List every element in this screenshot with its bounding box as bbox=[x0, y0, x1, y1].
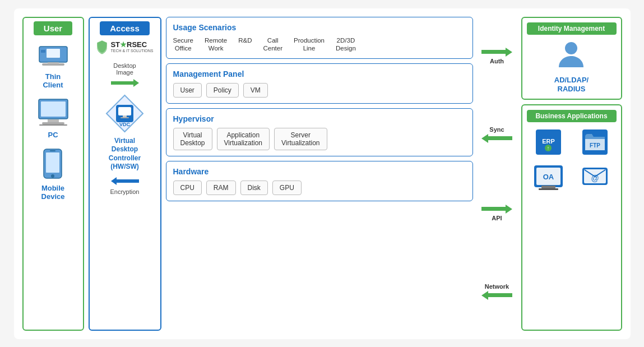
svg-point-12 bbox=[51, 174, 54, 178]
id-mgmt-text: AD/LDAP/RADIUS bbox=[554, 76, 589, 95]
usage-production-line: ProductionLine bbox=[294, 36, 325, 53]
identity-management-header: Identity Management bbox=[527, 22, 617, 35]
svg-text:FTP: FTP bbox=[590, 142, 600, 149]
svg-text:ERP: ERP bbox=[542, 138, 555, 145]
api-label: API bbox=[492, 215, 502, 221]
svg-rect-30 bbox=[541, 186, 555, 188]
sync-label: Sync bbox=[489, 126, 504, 133]
sync-arrow-block: Sync bbox=[481, 126, 512, 143]
svg-rect-8 bbox=[42, 122, 64, 124]
usage-remote-work: RemoteWork bbox=[205, 36, 227, 53]
svg-rect-1 bbox=[47, 49, 60, 58]
usage-secure-office: SecureOffice bbox=[173, 36, 193, 53]
hardware-disk: Disk bbox=[240, 181, 268, 195]
hypervisor-items: VirtualDesktop ApplicationVirtualization… bbox=[173, 128, 466, 150]
svg-rect-16 bbox=[118, 107, 131, 115]
erp-app: ERP ↑ bbox=[527, 127, 570, 158]
desktop-image-label: DesktopImage bbox=[113, 62, 136, 76]
business-applications-panel: Business Applications ERP ↑ bbox=[521, 104, 622, 330]
user-header: User bbox=[34, 21, 72, 35]
vdc-box: VDC VirtualDesktopController(HW/SW) bbox=[104, 92, 146, 172]
pc-item: PC bbox=[36, 98, 70, 139]
svg-rect-2 bbox=[41, 50, 45, 53]
thin-client-icon bbox=[36, 45, 70, 70]
encryption-label: Encryption bbox=[110, 188, 140, 195]
auth-arrow bbox=[481, 48, 512, 57]
usage-2d3d-design: 2D/3DDesign bbox=[336, 36, 356, 53]
desktop-image-arrow bbox=[92, 79, 158, 87]
hardware-ram: RAM bbox=[206, 181, 236, 195]
svg-rect-4 bbox=[48, 62, 59, 64]
svg-text:VDC: VDC bbox=[119, 122, 131, 127]
access-header: Access bbox=[100, 21, 150, 35]
identity-management-panel: Identity Management AD/LDAP/RADIUS bbox=[521, 17, 622, 100]
usage-rd: R&D bbox=[238, 36, 252, 53]
svg-text:@: @ bbox=[591, 174, 599, 183]
hardware-gpu: GPU bbox=[272, 181, 302, 195]
business-applications-header: Business Applications bbox=[527, 110, 617, 122]
brand-name: ST★RSEC bbox=[110, 40, 153, 49]
network-label: Network bbox=[485, 283, 509, 290]
svg-text:↑: ↑ bbox=[546, 145, 549, 151]
management-user: User bbox=[173, 83, 202, 98]
network-arrow bbox=[481, 291, 512, 300]
auth-label: Auth bbox=[490, 58, 504, 64]
svg-rect-18 bbox=[121, 117, 129, 118]
svg-rect-7 bbox=[48, 119, 59, 122]
svg-rect-6 bbox=[41, 101, 66, 117]
api-arrow-block: API bbox=[481, 205, 512, 221]
hardware-cpu: CPU bbox=[173, 181, 202, 195]
management-vm: VM bbox=[243, 83, 268, 98]
thin-client-label: ThinClient bbox=[43, 72, 63, 89]
business-applications-icons: ERP ↑ FTP bbox=[527, 127, 617, 192]
svg-rect-9 bbox=[39, 124, 67, 126]
svg-rect-31 bbox=[539, 188, 558, 190]
pc-label: PC bbox=[48, 131, 58, 139]
user-column: User ThinClient bbox=[22, 17, 84, 331]
svg-text:OA: OA bbox=[543, 173, 554, 181]
sync-arrow bbox=[481, 134, 512, 143]
hypervisor-panel: Hypervisor VirtualDesktop ApplicationVir… bbox=[166, 108, 473, 156]
shield-icon bbox=[96, 40, 108, 58]
main-panels: Usage Scenarios SecureOffice RemoteWork … bbox=[166, 17, 473, 331]
brand-sub: TECH & IT SOLUTIONS bbox=[110, 49, 153, 53]
hardware-panel: Hardware CPU RAM Disk GPU bbox=[166, 161, 473, 201]
hypervisor-server-virt: ServerVirtualization bbox=[274, 128, 327, 150]
network-arrow-block: Network bbox=[481, 283, 512, 300]
person-icon bbox=[556, 39, 587, 72]
mobile-icon bbox=[43, 148, 63, 182]
usage-scenarios-panel: Usage Scenarios SecureOffice RemoteWork … bbox=[166, 17, 473, 59]
hardware-title: Hardware bbox=[173, 167, 466, 176]
main-diagram: User ThinClient bbox=[14, 8, 631, 339]
ftp-app: FTP bbox=[573, 127, 617, 158]
starsec-logo: ST★RSEC TECH & IT SOLUTIONS bbox=[96, 40, 153, 58]
hypervisor-app-virt: ApplicationVirtualization bbox=[217, 128, 270, 150]
identity-management-content: AD/LDAP/RADIUS bbox=[527, 39, 617, 95]
thin-client-item: ThinClient bbox=[36, 45, 70, 89]
svg-rect-17 bbox=[123, 115, 127, 117]
svg-rect-11 bbox=[46, 152, 59, 173]
encryption-arrow bbox=[92, 177, 158, 185]
svg-rect-13 bbox=[50, 150, 55, 151]
middle-arrows: Auth Sync API Network bbox=[478, 17, 517, 331]
email-app: @ bbox=[573, 161, 617, 192]
management-panel-title: Management Panel bbox=[173, 70, 466, 78]
mobile-item: MobileDevice bbox=[41, 148, 65, 201]
management-panel: Management Panel User Policy VM bbox=[166, 63, 473, 104]
api-arrow bbox=[481, 205, 512, 214]
mobile-label: MobileDevice bbox=[41, 184, 65, 201]
management-panel-items: User Policy VM bbox=[173, 83, 466, 98]
hardware-items: CPU RAM Disk GPU bbox=[173, 181, 466, 195]
vdc-label: VirtualDesktopController(HW/SW) bbox=[109, 137, 141, 172]
usage-call-center: CallCenter bbox=[263, 36, 283, 53]
pc-icon bbox=[36, 98, 70, 128]
oa-app: OA bbox=[527, 161, 570, 192]
access-column: Access ST★RSEC TECH & IT SOLUTIONS Deskt… bbox=[89, 17, 161, 331]
svg-point-20 bbox=[565, 42, 577, 54]
management-policy: Policy bbox=[206, 83, 239, 98]
hypervisor-virtual-desktop: VirtualDesktop bbox=[173, 128, 212, 150]
right-section: Identity Management AD/LDAP/RADIUS Busin… bbox=[521, 17, 622, 331]
usage-scenarios-items: SecureOffice RemoteWork R&D CallCenter P… bbox=[173, 36, 466, 53]
hypervisor-title: Hypervisor bbox=[173, 114, 466, 123]
auth-arrow-block: Auth bbox=[481, 48, 512, 64]
